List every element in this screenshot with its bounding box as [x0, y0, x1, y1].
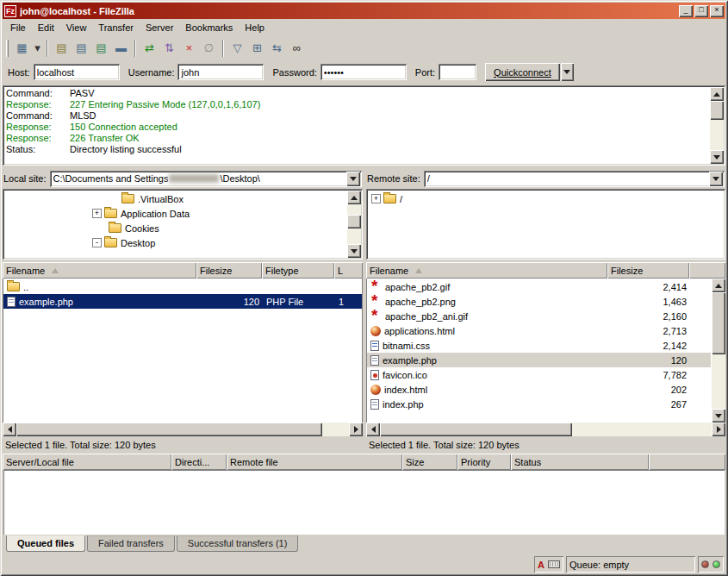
- column-header-filetype[interactable]: Filetype: [262, 262, 334, 279]
- local-tree-item[interactable]: +Application Data: [4, 206, 361, 221]
- port-input[interactable]: [439, 64, 476, 80]
- scrollbar-thumb[interactable]: [347, 215, 361, 229]
- directory-filter-button[interactable]: ▽: [227, 39, 247, 58]
- close-button[interactable]: ×: [710, 5, 724, 17]
- scrollbar-track[interactable]: [380, 423, 712, 436]
- directory-compare-button[interactable]: ⊞: [247, 39, 267, 58]
- scroll-up-button[interactable]: [710, 87, 724, 101]
- username-input[interactable]: [177, 64, 264, 80]
- scrollbar-thumb[interactable]: [710, 101, 724, 120]
- toolbar-grip[interactable]: [6, 40, 9, 57]
- menu-item-bookmarks[interactable]: Bookmarks: [179, 20, 239, 35]
- scrollbar-thumb[interactable]: [16, 423, 322, 436]
- scroll-right-button[interactable]: [349, 423, 363, 436]
- password-input[interactable]: [320, 64, 407, 80]
- host-input[interactable]: [34, 64, 120, 80]
- toggle-remote-tree-icon: ▤: [96, 42, 106, 53]
- local-tree-item[interactable]: .VirtualBox: [4, 191, 361, 206]
- column-header-filesize[interactable]: Filesize: [607, 262, 689, 279]
- column-header-l[interactable]: L: [334, 262, 363, 279]
- scrollbar-track[interactable]: [712, 292, 725, 409]
- column-header-priority[interactable]: Priority: [457, 454, 511, 470]
- remote-site-dropdown-button[interactable]: [709, 172, 723, 186]
- file-row[interactable]: index.php267: [367, 397, 711, 411]
- expand-icon[interactable]: +: [371, 194, 381, 203]
- local-tree-item[interactable]: Cookies: [4, 221, 361, 235]
- toggle-queue-button[interactable]: ▬: [111, 39, 131, 58]
- column-header-filesize[interactable]: Filesize: [196, 262, 262, 279]
- toggle-message-log-button[interactable]: ▤: [52, 39, 72, 58]
- scrollbar-track[interactable]: [710, 101, 724, 150]
- log-scrollbar[interactable]: [710, 87, 724, 164]
- title-bar[interactable]: Fz john@localhost - FileZilla _ □ ×: [3, 3, 725, 19]
- menu-item-edit[interactable]: Edit: [32, 20, 60, 35]
- site-manager-dropdown-button[interactable]: ▾: [32, 39, 43, 58]
- app-icon[interactable]: Fz: [4, 5, 16, 17]
- column-header-size[interactable]: Size: [402, 454, 457, 470]
- local-site-dropdown-button[interactable]: [346, 172, 360, 186]
- menu-item-server[interactable]: Server: [140, 20, 179, 35]
- menu-item-help[interactable]: Help: [239, 20, 271, 35]
- scrollbar-track[interactable]: [16, 423, 349, 436]
- menu-item-view[interactable]: View: [60, 20, 93, 35]
- file-row[interactable]: apache_pb2.gif2,414: [367, 279, 711, 294]
- local-hscrollbar[interactable]: [3, 423, 363, 436]
- disconnect-button[interactable]: ∅: [199, 39, 219, 58]
- maximize-button[interactable]: □: [694, 5, 708, 17]
- scroll-down-button[interactable]: [710, 150, 724, 164]
- scrollbar-thumb[interactable]: [712, 292, 725, 354]
- scrollbar-thumb[interactable]: [380, 423, 572, 436]
- queue-list[interactable]: [3, 470, 725, 535]
- quickconnect-dropdown-button[interactable]: [561, 63, 574, 81]
- tab-queued-files[interactable]: Queued files: [6, 535, 85, 552]
- file-row[interactable]: favicon.ico7,782: [367, 367, 711, 382]
- scroll-left-button[interactable]: [3, 423, 16, 436]
- folder-name: Application Data: [121, 209, 190, 219]
- remote-tree-item[interactable]: +/: [368, 191, 724, 206]
- file-row[interactable]: apache_pb2.png1,463: [367, 294, 711, 309]
- toggle-remote-tree-button[interactable]: ▤: [91, 39, 111, 58]
- toggle-local-tree-button[interactable]: ▤: [72, 39, 91, 58]
- file-row[interactable]: ..: [3, 279, 362, 294]
- collapse-icon[interactable]: -: [92, 238, 102, 247]
- refresh-button[interactable]: ⇄: [140, 39, 159, 58]
- scroll-down-button[interactable]: [347, 244, 361, 258]
- local-status-text: Selected 1 file. Total size: 120 bytes: [3, 436, 363, 454]
- file-row[interactable]: example.php120PHP File1: [3, 294, 362, 309]
- column-header-filename[interactable]: Filename: [3, 262, 196, 279]
- scroll-left-button[interactable]: [366, 423, 380, 436]
- file-row[interactable]: apache_pb2_ani.gif2,160: [367, 309, 711, 323]
- file-row[interactable]: index.html202: [367, 382, 711, 397]
- menu-item-file[interactable]: File: [4, 20, 32, 35]
- quickconnect-button[interactable]: Quickconnect: [485, 63, 560, 81]
- column-header-remote-file[interactable]: Remote file: [227, 454, 402, 470]
- column-header-server-local-file[interactable]: Server/Local file: [3, 454, 171, 470]
- column-header-status[interactable]: Status: [511, 454, 649, 470]
- scroll-up-button[interactable]: [712, 279, 725, 292]
- column-header-directi[interactable]: Directi...: [171, 454, 227, 470]
- process-queue-button[interactable]: ⇅: [159, 39, 179, 58]
- sync-browsing-button[interactable]: ⇆: [267, 39, 287, 58]
- scrollbar-track[interactable]: [347, 204, 361, 244]
- local-site-combo[interactable]: C:\Documents and Settings\Desktop\: [50, 171, 362, 187]
- remote-list-scrollbar[interactable]: [712, 279, 725, 423]
- local-tree-scrollbar[interactable]: [347, 191, 361, 258]
- minimize-button[interactable]: _: [679, 5, 693, 17]
- file-row[interactable]: bitnami.css2,142: [367, 338, 711, 353]
- scroll-right-button[interactable]: [712, 423, 725, 436]
- local-tree-item[interactable]: -Desktop: [4, 235, 361, 250]
- scroll-up-button[interactable]: [347, 191, 361, 204]
- column-header-filename[interactable]: Filename: [366, 262, 607, 279]
- menu-item-transfer[interactable]: Transfer: [92, 20, 140, 35]
- expand-icon[interactable]: +: [92, 209, 102, 218]
- site-manager-button[interactable]: ▦: [12, 39, 32, 58]
- file-row[interactable]: applications.html2,713: [367, 323, 711, 338]
- tab-successful-transfers-1[interactable]: Successful transfers (1): [177, 535, 299, 552]
- cancel-button[interactable]: ×: [179, 39, 199, 58]
- scroll-down-button[interactable]: [712, 409, 725, 423]
- tab-failed-transfers[interactable]: Failed transfers: [87, 535, 175, 552]
- remote-site-combo[interactable]: /: [424, 171, 725, 187]
- find-files-button[interactable]: ∞: [287, 39, 307, 58]
- remote-hscrollbar[interactable]: [366, 423, 725, 436]
- file-row[interactable]: example.php120: [367, 353, 711, 367]
